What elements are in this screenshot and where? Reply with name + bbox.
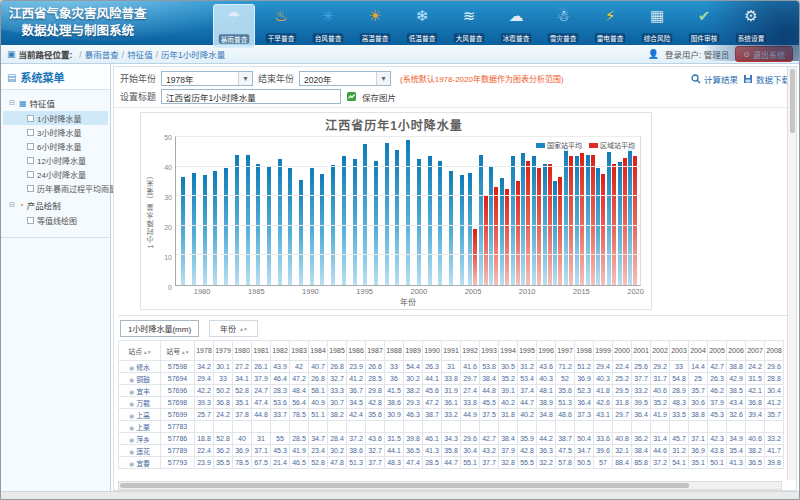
year-column-header[interactable]: 1994 [499,341,518,361]
breadcrumb-segment[interactable]: 暴雨普查 [85,50,119,60]
vertical-scrollbar[interactable] [787,67,796,480]
bar-regional-2008[interactable] [505,189,509,285]
tree-group-1[interactable]: ⊟◔产品绘制 [3,197,108,213]
bar-national-2015[interactable] [575,156,579,285]
nav-item-high-temp[interactable]: ☀高温普查 [354,4,396,48]
year-column-header[interactable]: 1992 [461,341,480,361]
year-column-header[interactable]: 1979 [214,341,233,361]
bar-national-1993[interactable] [342,156,346,285]
bar-national-1978[interactable] [181,177,185,285]
year-column-header[interactable]: 2000 [613,341,632,361]
year-column-header[interactable]: 1995 [518,341,537,361]
station-name-cell[interactable]: ◉萍乡 [119,433,161,445]
nav-item-map-review[interactable]: ✔图件审核 [683,4,725,48]
bar-national-2000[interactable] [417,159,421,285]
year-column-header[interactable]: 2003 [670,341,689,361]
year-column-header[interactable]: 2006 [727,341,746,361]
sidebar-item-1-0[interactable]: 等值线绘图 [3,213,108,227]
bar-national-1984[interactable] [246,155,250,285]
year-column-header[interactable]: 2008 [765,341,784,361]
year-sorter[interactable]: 年份 ▲▼ [209,320,258,337]
station-name-cell[interactable]: ◉莲花 [119,445,161,457]
year-column-header[interactable]: 1997 [556,341,575,361]
year-column-header[interactable]: 1978 [195,341,214,361]
bar-national-1990[interactable] [310,168,314,285]
nav-item-snow[interactable]: ☃雪灾普查 [542,4,584,48]
nav-item-lightning[interactable]: ⚡雷电普查 [589,4,631,48]
station-name-cell[interactable]: ◉宜春 [119,457,161,469]
bar-national-2010[interactable] [521,153,525,285]
calc-result-button[interactable]: 计算结果 [691,73,738,85]
bar-national-2002[interactable] [438,161,442,285]
bar-regional-2010[interactable] [526,161,530,285]
sidebar-item-0-0[interactable]: 1小时降水量 [3,111,108,125]
bar-national-1980[interactable] [203,175,207,285]
bar-regional-2020[interactable] [633,156,637,285]
bar-national-2009[interactable] [511,156,515,285]
sidebar-item-0-5[interactable]: 历年暴雨过程平均雨量 [3,181,108,195]
bar-regional-2009[interactable] [516,181,520,285]
nav-item-rainstorm[interactable]: ☂暴雨普查 [213,4,255,48]
bar-national-2019[interactable] [618,162,622,285]
bar-national-1994[interactable] [353,159,357,285]
station-name-cell[interactable]: ◉万载 [119,397,161,409]
bar-national-2011[interactable] [532,156,536,285]
breadcrumb-segment[interactable]: 历年1小时降水量 [161,50,225,60]
horizontal-scrollbar[interactable] [118,481,782,490]
year-column-header[interactable]: 2004 [689,341,708,361]
bar-national-1988[interactable] [288,168,292,285]
station-name-cell[interactable]: ◉铜鼓 [119,373,161,385]
nav-item-settings[interactable]: ⚙系统设置 [730,4,772,48]
end-year-select[interactable]: 2020年 ▼ [299,71,391,86]
bar-national-2017[interactable] [596,168,600,285]
sidebar-item-0-2[interactable]: 6小时降水量 [3,139,108,153]
breadcrumb-segment[interactable]: 特征值 [127,50,153,60]
bar-national-1991[interactable] [320,174,324,285]
nav-item-drought[interactable]: ♨干旱普查 [260,4,302,48]
station-name-cell[interactable]: ◉上高 [119,409,161,421]
year-column-header[interactable]: 1989 [404,341,423,361]
chart-title-input[interactable] [161,89,341,104]
bar-national-2003[interactable] [449,171,453,285]
expand-icon[interactable]: ⊟ [9,201,16,209]
bar-regional-2013[interactable] [558,177,562,285]
year-column-header[interactable]: 1984 [309,341,328,361]
station-column-header[interactable]: 站点 ▲▼ [119,341,161,361]
year-column-header[interactable]: 1996 [537,341,556,361]
year-column-header[interactable]: 2002 [651,341,670,361]
bar-national-2013[interactable] [553,181,557,285]
nav-item-low-temp[interactable]: ❄低温普查 [401,4,443,48]
bar-regional-2007[interactable] [494,187,498,285]
bar-national-2004[interactable] [460,175,464,285]
bar-national-2006[interactable] [479,155,483,285]
nav-item-typhoon[interactable]: ✳台风普查 [307,4,349,48]
bar-national-1981[interactable] [213,171,217,285]
bar-regional-2019[interactable] [623,158,627,285]
bar-regional-2017[interactable] [601,174,605,285]
data-download-button[interactable]: 数据下载 [743,73,790,85]
bar-national-1999[interactable] [406,140,410,285]
nav-item-hail[interactable]: ☁冰雹普查 [495,4,537,48]
bar-regional-2005[interactable] [473,229,477,285]
station-name-cell[interactable]: ◉修水 [119,361,161,373]
bar-national-2016[interactable] [586,155,590,285]
year-column-header[interactable]: 1987 [366,341,385,361]
sidebar-item-0-1[interactable]: 3小时降水量 [3,125,108,139]
bar-regional-2011[interactable] [537,168,541,285]
nav-item-risk-calc[interactable]: ▦综合风险 [636,4,678,48]
year-column-header[interactable]: 2001 [632,341,651,361]
start-year-select[interactable]: 1978年 ▼ [161,71,253,86]
bar-regional-2006[interactable] [484,196,488,285]
year-column-header[interactable]: 1982 [271,341,290,361]
year-column-header[interactable]: 1999 [594,341,613,361]
bar-national-2005[interactable] [468,173,472,285]
year-column-header[interactable]: 1988 [385,341,404,361]
year-column-header[interactable]: 1983 [290,341,309,361]
year-column-header[interactable]: 1991 [442,341,461,361]
bar-national-1983[interactable] [235,155,239,285]
tree-group-0[interactable]: ⊟▦特征值 [3,95,108,111]
vertical-scrollbar-thumb[interactable] [790,69,795,133]
year-column-header[interactable]: 1998 [575,341,594,361]
bar-national-2014[interactable] [564,147,568,285]
bar-national-1998[interactable] [395,150,399,285]
